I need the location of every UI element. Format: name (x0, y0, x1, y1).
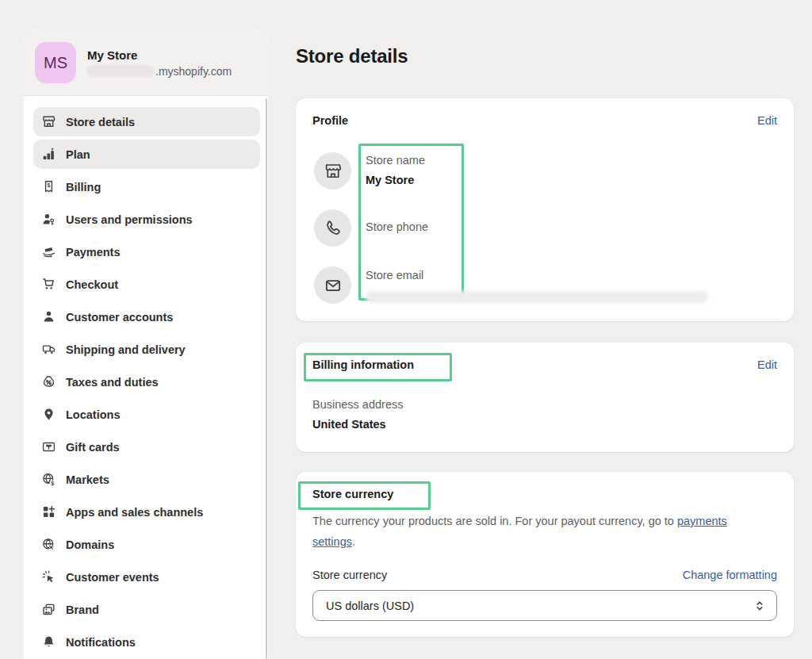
sidebar-item-customer-accounts[interactable]: Customer accounts (33, 302, 260, 331)
sidebar-item-label: Store details (66, 116, 135, 128)
billing-card: Billing information Edit Business addres… (296, 343, 794, 452)
sidebar-item-users-and-permissions[interactable]: Users and permissions (33, 205, 260, 234)
settings-sidebar: MS My Store .myshopify.com Store details… (24, 30, 268, 659)
cart-icon (42, 278, 56, 291)
money-bag-percent-icon (42, 375, 56, 389)
sidebar-item-label: Billing (66, 181, 101, 193)
sidebar-item-locations[interactable]: Locations (33, 400, 260, 429)
store-currency-field-label: Store currency (312, 569, 387, 581)
sidebar-item-label: Payments (66, 246, 121, 259)
store-name-label: Store name (366, 154, 425, 167)
store-phone-label: Store phone (366, 220, 428, 233)
sidebar-item-label: Apps and sales channels (66, 506, 203, 519)
sidebar-item-apps-and-sales-channels[interactable]: Apps and sales channels (33, 497, 260, 527)
svg-text:$: $ (48, 182, 51, 189)
phone-field-icon-circle (314, 209, 351, 247)
billing-edit-link[interactable]: Edit (757, 358, 777, 371)
store-currency-card: Store currency The currency your product… (296, 472, 794, 637)
store-identity: My Store .myshopify.com (87, 48, 232, 78)
storefront-field-icon-circle (314, 152, 351, 190)
currency-description: The currency your products are sold in. … (312, 511, 771, 552)
sidebar-item-label: Brand (66, 603, 99, 616)
sidebar-item-brand[interactable]: Brand (33, 595, 260, 624)
main-content: Store details Profile Edit Store name My… (268, 0, 812, 659)
person-icon (42, 310, 56, 324)
sidebar-item-plan[interactable]: Plan (33, 140, 260, 169)
sidebar-item-label: Locations (66, 408, 120, 421)
sidebar-item-label: Checkout (66, 278, 118, 291)
sidebar-item-label: Customer events (66, 571, 159, 584)
currency-description-suffix: . (352, 535, 355, 548)
storefront-icon (324, 163, 342, 180)
sidebar-item-label: Notifications (66, 636, 136, 649)
chevron-up-down-icon (753, 600, 766, 612)
sidebar-store-header: MS My Store .myshopify.com (24, 30, 268, 96)
svg-text:$: $ (51, 481, 54, 486)
store-domain: .myshopify.com (87, 65, 232, 78)
business-address-label: Business address (312, 398, 403, 411)
hand-card-icon (42, 245, 56, 259)
sidebar-item-label: Markets (66, 473, 109, 486)
sidebar-item-label: Shipping and delivery (66, 343, 186, 356)
store-name: My Store (87, 48, 232, 62)
receipt-dollar-icon: $ (42, 180, 56, 193)
sidebar-item-markets[interactable]: $ Markets (33, 465, 260, 494)
map-pin-icon (42, 408, 56, 421)
sidebar-item-label: Gift cards (66, 441, 120, 454)
sidebar-item-taxes-and-duties[interactable]: Taxes and duties (33, 367, 260, 397)
sidebar-item-shipping-and-delivery[interactable]: Shipping and delivery (33, 335, 260, 364)
business-address-value: United States (312, 418, 386, 431)
store-name-value: My Store (366, 174, 414, 186)
profile-edit-link[interactable]: Edit (757, 114, 777, 127)
sidebar-item-billing[interactable]: $ Billing (33, 172, 260, 201)
gift-card-icon (42, 440, 56, 454)
sidebar-item-checkout[interactable]: Checkout (33, 270, 260, 299)
storefront-icon (42, 115, 56, 128)
sidebar-item-notifications[interactable]: Notifications (33, 627, 260, 657)
sidebar-item-gift-cards[interactable]: Gift cards (33, 432, 260, 462)
sidebar-scrollbar[interactable] (266, 98, 267, 659)
sidebar-item-customer-events[interactable]: Customer events (33, 562, 260, 592)
currency-card-title: Store currency (312, 488, 393, 500)
store-avatar: MS (35, 42, 76, 83)
currency-description-prefix: The currency your products are sold in. … (312, 515, 674, 527)
store-currency-selected-value: US dollars (USD) (326, 600, 414, 612)
globe-dollar-icon: $ (42, 473, 56, 486)
email-field-icon-circle (314, 266, 351, 304)
sidebar-item-label: Plan (66, 148, 90, 161)
globe-cursor-icon (42, 538, 56, 551)
profile-card-title: Profile (312, 114, 348, 127)
apps-grid-plus-icon (42, 505, 56, 519)
change-formatting-link[interactable]: Change formatting (683, 569, 777, 581)
profile-card: Profile Edit Store name My Store Store p… (296, 98, 794, 321)
settings-nav: Store details Plan $ Billing Users and p… (24, 96, 268, 657)
image-frames-icon (42, 603, 56, 616)
bell-icon (42, 635, 56, 649)
sidebar-item-domains[interactable]: Domains (33, 530, 260, 559)
store-domain-suffix: .myshopify.com (155, 65, 232, 78)
redacted-store-email-value (366, 291, 708, 303)
phone-icon (324, 220, 342, 237)
sidebar-item-label: Users and permissions (66, 213, 193, 226)
plan-steps-icon (42, 148, 56, 161)
store-email-label: Store email (366, 269, 423, 282)
redacted-store-subdomain (87, 65, 154, 77)
store-currency-select[interactable]: US dollars (USD) (312, 590, 777, 621)
email-icon (324, 277, 342, 294)
sidebar-item-label: Taxes and duties (66, 376, 159, 389)
billing-card-title: Billing information (312, 358, 414, 371)
sidebar-item-label: Customer accounts (66, 311, 173, 324)
cursor-spark-icon (42, 570, 56, 584)
user-key-icon (42, 213, 56, 226)
sidebar-item-payments[interactable]: Payments (33, 237, 260, 266)
page-title: Store details (296, 45, 812, 67)
truck-icon (42, 343, 56, 356)
sidebar-item-label: Domains (66, 538, 114, 551)
sidebar-item-store-details[interactable]: Store details (33, 107, 260, 136)
